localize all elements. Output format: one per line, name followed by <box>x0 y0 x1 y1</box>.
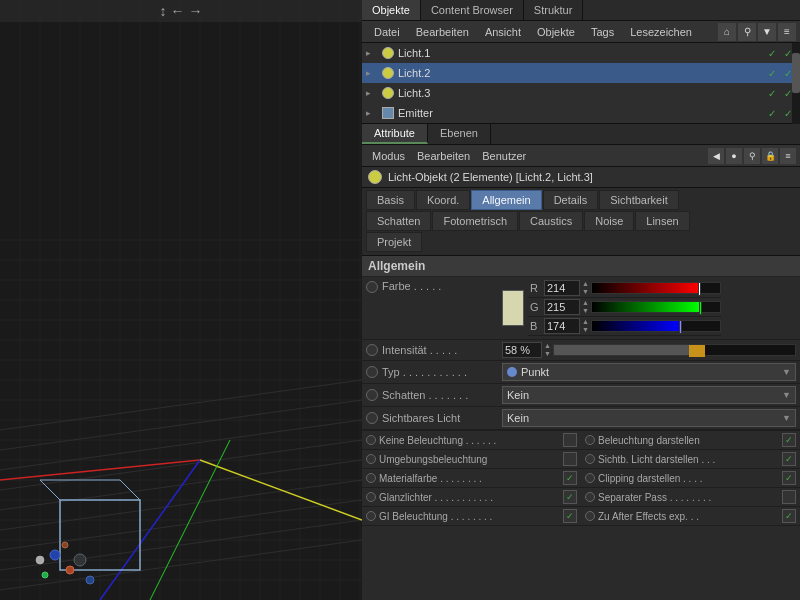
b-down-arrow[interactable]: ▼ <box>582 326 589 334</box>
menu-icon-filter[interactable]: ▼ <box>758 23 776 41</box>
obj-check-2[interactable]: ✓ <box>764 65 780 81</box>
attr-icon-lock[interactable]: 🔒 <box>762 148 778 164</box>
menu-lesezeichen[interactable]: Lesezeichen <box>622 25 700 39</box>
tab-ebenen[interactable]: Ebenen <box>428 124 491 144</box>
attr-bearbeiten[interactable]: Bearbeiten <box>411 149 476 163</box>
obj-check-3[interactable]: ✓ <box>764 85 780 101</box>
object-row-licht1[interactable]: ▸ Licht.1 ✓ ✓ <box>362 43 800 63</box>
object-row-emitter[interactable]: ▸ Emitter ✓ ✓ <box>362 103 800 123</box>
intensity-marker <box>689 345 705 357</box>
attr-icon-back[interactable]: ◀ <box>708 148 724 164</box>
r-up-arrow[interactable]: ▲ <box>582 280 589 288</box>
intensity-slider[interactable] <box>553 344 796 356</box>
b-slider-fill <box>592 321 679 331</box>
menu-datei[interactable]: Datei <box>366 25 408 39</box>
g-slider[interactable] <box>591 301 721 313</box>
r-slider-fill <box>592 283 700 293</box>
schatten-row: Schatten . . . . . . . Kein ▼ <box>362 384 800 407</box>
prop-tab-fotometrisch[interactable]: Fotometrisch <box>432 211 518 231</box>
r-down-arrow[interactable]: ▼ <box>582 288 589 296</box>
b-input[interactable] <box>544 318 580 334</box>
cb-dot-4 <box>366 473 376 483</box>
attr-modus[interactable]: Modus <box>366 149 411 163</box>
g-input[interactable] <box>544 299 580 315</box>
viewport[interactable]: ↕ ← → <box>0 0 362 600</box>
viewport-nav[interactable]: ↕ ← → <box>160 3 203 19</box>
attr-icon-menu[interactable]: ≡ <box>780 148 796 164</box>
prop-tab-details[interactable]: Details <box>543 190 599 210</box>
color-swatch[interactable] <box>502 290 524 326</box>
tab-content-browser[interactable]: Content Browser <box>421 0 524 20</box>
cb-check-1[interactable]: ✓ <box>782 433 796 447</box>
svg-point-55 <box>66 566 74 574</box>
prop-tab-caustics[interactable]: Caustics <box>519 211 583 231</box>
properties-content: Allgemein Farbe . . . . . R <box>362 256 800 600</box>
cb-check-5[interactable]: ✓ <box>782 471 796 485</box>
cb-dot-2 <box>366 454 376 464</box>
g-down-arrow[interactable]: ▼ <box>582 307 589 315</box>
menu-ansicht[interactable]: Ansicht <box>477 25 529 39</box>
attr-icon-record[interactable]: ● <box>726 148 742 164</box>
obj-check-1[interactable]: ✓ <box>764 45 780 61</box>
intensity-up[interactable]: ▲ <box>544 342 551 350</box>
schatten-arrow-icon: ▼ <box>782 390 791 400</box>
cb-dot-1 <box>585 435 595 445</box>
intensity-input[interactable] <box>502 342 542 358</box>
tab-objekte[interactable]: Objekte <box>362 0 421 20</box>
cb-check-8[interactable]: ✓ <box>563 509 577 523</box>
object-row-licht3[interactable]: ▸ Licht.3 ✓ ✓ <box>362 83 800 103</box>
r-input[interactable] <box>544 280 580 296</box>
prop-tab-linsen[interactable]: Linsen <box>635 211 689 231</box>
r-slider[interactable] <box>591 282 721 294</box>
prop-tab-schatten[interactable]: Schatten <box>366 211 431 231</box>
prop-tab-sichtbarkeit[interactable]: Sichtbarkeit <box>599 190 678 210</box>
prop-tab-row-2: Schatten Fotometrisch Caustics Noise Lin… <box>366 211 796 231</box>
attr-benutzer[interactable]: Benutzer <box>476 149 532 163</box>
menu-icon-home[interactable]: ⌂ <box>718 23 736 41</box>
tab-struktur[interactable]: Struktur <box>524 0 584 20</box>
typ-row: Typ . . . . . . . . . . . Punkt ▼ <box>362 361 800 384</box>
intensity-down[interactable]: ▼ <box>544 350 551 358</box>
prop-tab-basis[interactable]: Basis <box>366 190 415 210</box>
prop-tab-projekt[interactable]: Projekt <box>366 232 422 252</box>
checkbox-umgebungsbeleuchtung: Umgebungsbeleuchtung <box>362 450 581 469</box>
prop-tab-noise[interactable]: Noise <box>584 211 634 231</box>
prop-tab-koord[interactable]: Koord. <box>416 190 470 210</box>
scrollbar-objects[interactable] <box>792 43 800 124</box>
typ-dropdown[interactable]: Punkt ▼ <box>502 363 796 381</box>
cb-check-3[interactable]: ✓ <box>782 452 796 466</box>
checkbox-glanzlichter: Glanzlichter . . . . . . . . . . . ✓ <box>362 488 581 507</box>
cb-check-7[interactable] <box>782 490 796 504</box>
svg-point-56 <box>42 572 48 578</box>
menu-icon-settings[interactable]: ≡ <box>778 23 796 41</box>
object-name-emitter: Emitter <box>398 107 764 119</box>
object-name-licht1: Licht.1 <box>398 47 764 59</box>
typ-dot <box>366 366 378 378</box>
cb-check-0[interactable] <box>563 433 577 447</box>
attribute-tabs: Attribute Ebenen <box>362 124 800 145</box>
cb-check-2[interactable] <box>563 452 577 466</box>
obj-check-emitter[interactable]: ✓ <box>764 105 780 121</box>
object-row-licht2[interactable]: ▸ Licht.2 ✓ ✓ <box>362 63 800 83</box>
tab-attribute[interactable]: Attribute <box>362 124 428 144</box>
menu-bearbeiten[interactable]: Bearbeiten <box>408 25 477 39</box>
b-up-arrow[interactable]: ▲ <box>582 318 589 326</box>
b-slider[interactable] <box>591 320 721 332</box>
viewport-toolbar: ↕ ← → <box>0 0 362 22</box>
scrollbar-thumb-objects[interactable] <box>792 53 800 93</box>
cb-check-9[interactable]: ✓ <box>782 509 796 523</box>
sichtbares-licht-dropdown[interactable]: Kein ▼ <box>502 409 796 427</box>
light-header-icon <box>368 170 382 184</box>
schatten-dropdown[interactable]: Kein ▼ <box>502 386 796 404</box>
menu-tags[interactable]: Tags <box>583 25 622 39</box>
prop-tab-allgemein[interactable]: Allgemein <box>471 190 541 210</box>
menu-icon-search[interactable]: ⚲ <box>738 23 756 41</box>
g-up-arrow[interactable]: ▲ <box>582 299 589 307</box>
menu-objekte[interactable]: Objekte <box>529 25 583 39</box>
cb-check-6[interactable]: ✓ <box>563 490 577 504</box>
sichtbares-licht-value: Kein <box>507 412 782 424</box>
schatten-label: Schatten . . . . . . . <box>382 389 502 401</box>
attr-icon-search[interactable]: ⚲ <box>744 148 760 164</box>
prop-tab-row-1: Basis Koord. Allgemein Details Sichtbark… <box>366 190 796 210</box>
cb-check-4[interactable]: ✓ <box>563 471 577 485</box>
